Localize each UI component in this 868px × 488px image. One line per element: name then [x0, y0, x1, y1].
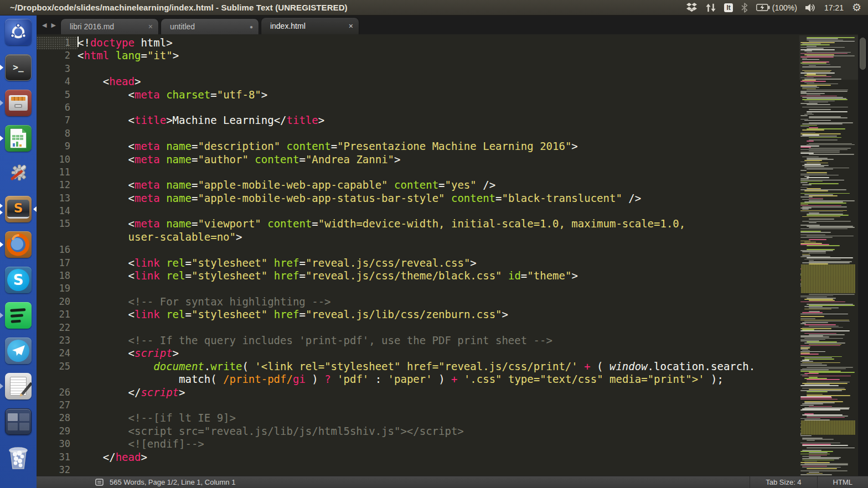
minimap-line	[800, 470, 848, 471]
code-line	[78, 464, 799, 476]
tab-close-icon[interactable]: ×	[349, 22, 353, 30]
code-line	[78, 205, 799, 217]
minimap-line	[809, 239, 826, 240]
minimap-line	[800, 464, 848, 465]
session-gear-icon[interactable]: ⚙	[852, 2, 861, 13]
keyboard-layout-indicator[interactable]: It	[724, 3, 732, 12]
tab-close-icon[interactable]: ×	[148, 22, 153, 31]
syntax-selector[interactable]: HTML	[817, 476, 868, 488]
tab-nav-forward-icon[interactable]: ▶	[51, 22, 55, 29]
code-token: >	[173, 49, 179, 61]
tab-bar: ◀ ▶ libri 2016.md×untitled●index.html×	[37, 15, 868, 34]
launcher-item-sublime-text[interactable]: S	[4, 195, 33, 224]
code-line: <link rel="stylesheet" href="reveal.js/c…	[78, 269, 799, 282]
minimap-line	[809, 117, 848, 118]
scrollbar-track[interactable]	[858, 34, 868, 476]
line-number: 32	[37, 464, 78, 476]
code-token: >	[236, 231, 242, 243]
clock[interactable]: 17:21	[824, 3, 844, 12]
system-tray: It (100%) 17:21 ⚙	[686, 2, 868, 13]
scrollbar-thumb[interactable]	[860, 38, 866, 70]
minimap-line	[800, 336, 829, 338]
minimap-line	[802, 129, 824, 131]
code-token: =	[299, 269, 305, 282]
tab-libri-2016-md[interactable]: libri 2016.md×	[60, 18, 159, 34]
launcher-item-telegram[interactable]	[4, 336, 33, 365]
code-token: meta	[135, 89, 160, 101]
minimap-line	[807, 468, 837, 469]
code-token	[267, 269, 273, 282]
code-token: .location.search.	[648, 360, 755, 372]
code-token: rel	[166, 308, 185, 320]
minimap-line	[807, 417, 845, 418]
launcher-item-skype[interactable]: S	[4, 266, 33, 294]
code-token: /print-pdf/	[223, 373, 293, 385]
minimap-line	[807, 141, 814, 142]
code-token: =	[299, 308, 305, 320]
code-line: <!doctype html>	[78, 37, 799, 49]
bluetooth-icon[interactable]	[741, 3, 748, 13]
code-token: >	[179, 386, 185, 398]
dirty-dot-icon[interactable]: ●	[250, 24, 253, 30]
minimap-line	[809, 198, 823, 199]
code-token: meta	[135, 153, 160, 165]
tab-nav-back-icon[interactable]: ◀	[42, 22, 46, 29]
launcher-item-spotify[interactable]	[4, 301, 33, 330]
code-line	[78, 243, 799, 256]
minimap-line	[804, 82, 814, 84]
tab-untitled[interactable]: untitled●	[161, 18, 259, 34]
launcher-item-file-cabinet[interactable]	[4, 89, 33, 117]
dropbox-icon[interactable]	[686, 2, 698, 13]
minimap-line	[807, 111, 848, 112]
code-line	[78, 127, 799, 140]
launcher-item-libreoffice-calc[interactable]	[4, 124, 33, 153]
minimap-line	[807, 448, 855, 449]
sublime-text-icon: S	[5, 196, 32, 222]
code-line	[78, 63, 799, 75]
launcher-item-dash-home[interactable]	[4, 18, 33, 46]
launcher-item-terminal[interactable]: >_	[4, 53, 33, 82]
minimap-line	[800, 235, 825, 236]
battery-percent-label: (100%)	[772, 3, 797, 12]
volume-icon[interactable]	[805, 3, 816, 12]
line-number: 23	[37, 334, 78, 347]
code-token: name	[166, 192, 192, 204]
code-token: "width=device-width, initial-scale=1.0, …	[318, 217, 685, 230]
tab-index-html[interactable]: index.html×	[261, 17, 359, 34]
network-sync-icon[interactable]	[706, 3, 716, 12]
code-lines[interactable]: <!doctype html><html lang="it"> <head> <…	[78, 34, 799, 476]
minimap-line	[809, 154, 854, 155]
launcher-item-workspace-switcher[interactable]	[4, 407, 33, 436]
battery-indicator[interactable]: (100%)	[756, 3, 797, 12]
code-token: 'paper'	[388, 373, 432, 385]
line-number: 7	[37, 114, 78, 127]
code-token: >	[318, 114, 324, 126]
minimap-line	[809, 300, 835, 301]
minimap-line	[800, 361, 813, 362]
code-token: +	[451, 373, 457, 385]
minimap-line	[809, 472, 819, 473]
editor[interactable]: 1234567891011121314151617181920212223242…	[37, 34, 868, 476]
minimap-line	[809, 148, 851, 149]
minimap-line	[804, 120, 831, 121]
launcher-item-trash[interactable]	[4, 443, 33, 471]
launcher-item-text-editor[interactable]	[4, 372, 33, 401]
minimap-line	[809, 253, 826, 254]
code-token	[280, 140, 286, 152]
minimap-line	[807, 367, 853, 368]
code-line: <!--[if lt IE 9]>	[78, 412, 799, 424]
code-line: document.write( '<link rel="stylesheet" …	[78, 360, 799, 373]
launcher-item-system-settings[interactable]	[4, 159, 33, 188]
code-token: content	[451, 192, 495, 204]
tab-size-selector[interactable]: Tab Size: 4	[750, 476, 817, 488]
code-token: head	[116, 451, 141, 463]
code-token: meta	[135, 192, 160, 204]
launcher-item-firefox[interactable]	[4, 230, 33, 259]
line-number: 16	[37, 243, 78, 256]
minimap[interactable]	[799, 34, 858, 476]
line-number: 8	[37, 127, 78, 140]
minimap-line	[802, 123, 843, 124]
code-token: )	[306, 373, 324, 385]
telegram-icon	[5, 338, 32, 364]
minimap-viewport[interactable]	[799, 35, 858, 80]
